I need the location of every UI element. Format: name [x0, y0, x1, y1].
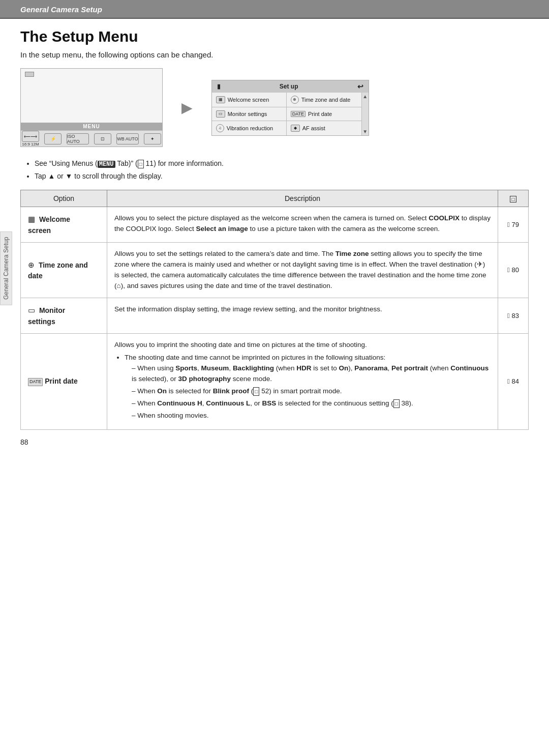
ref-cell-monitor: 𡥶 83	[498, 298, 529, 334]
bullet-section: See “Using Menus (MENU Tab)” (□ 11) for …	[20, 158, 529, 182]
option-cell-welcome: ▦ Welcomescreen	[21, 207, 107, 243]
camera-icon-bracket: ⊡	[94, 133, 111, 144]
setup-menu-row-3: ♫ Vibration reduction ◆ AF assist	[212, 121, 361, 135]
printdate-option-icon: DATE	[28, 378, 43, 386]
ref-symbol-welcome: 𡥶 79	[507, 221, 519, 228]
camera-control-wb: WB AUTO	[116, 133, 139, 144]
camera-mockup-row: MENU ⟵⟶ 16:9 12M ⚡ ISO AUTO ⊡ WB AUTO	[20, 68, 529, 147]
setup-menu-body: ▦ Welcome screen ⊕ Time zone and date ▭ …	[212, 93, 369, 135]
welcome-option-icon: ▦	[28, 215, 35, 223]
printdate-sub-2: When On is selected for Blink proof (□ 5…	[132, 386, 491, 397]
printdate-sub-3: When Continuous H, Continuous L, or BSS …	[132, 398, 491, 409]
setup-menu-scrollbar[interactable]: ▲ ▼	[361, 93, 369, 135]
printdate-label: Print date	[308, 111, 332, 117]
desc-cell-timezone: Allows you to set the settings related t…	[107, 243, 498, 298]
setup-menu-rows: ▦ Welcome screen ⊕ Time zone and date ▭ …	[212, 93, 361, 135]
setup-menu-back-icon: ↩	[357, 82, 363, 91]
table-header-ref: □	[498, 190, 529, 207]
camera-val-1: 16:9 12M	[22, 142, 39, 147]
setup-menu-left-welcome: ▦ Welcome screen	[212, 93, 287, 107]
setup-menu-left-monitor: ▭ Monitor settings	[212, 107, 287, 121]
intro-paragraph: In the setup menu, the following options…	[20, 50, 529, 59]
bullet-2: Tap ▲ or ▼ to scroll through the display…	[35, 171, 529, 182]
camera-icon-iso: ISO AUTO	[67, 133, 89, 144]
camera-screen-mockup: MENU ⟵⟶ 16:9 12M ⚡ ISO AUTO ⊡ WB AUTO	[20, 68, 163, 147]
setup-menu-right-afassist: ◆ AF assist	[287, 121, 361, 135]
bullet-1: See “Using Menus (MENU Tab)” (□ 11) for …	[35, 158, 529, 169]
table-row-welcome: ▦ Welcomescreen Allows you to select the…	[21, 207, 529, 243]
camera-menu-bar: MENU	[21, 123, 162, 130]
setup-menu-title-text: Set up	[280, 83, 298, 90]
desc-cell-printdate: Allows you to imprint the shooting date …	[107, 334, 498, 429]
setup-menu-mockup: ▮ Set up ↩ ▦ Welcome screen ⊕ Time zone …	[211, 80, 369, 136]
timezone-icon: ⊕	[291, 96, 299, 104]
setup-menu-row-2: ▭ Monitor settings DATE Print date	[212, 107, 361, 121]
printdate-sub-1: When using Sports, Museum, Backlighting …	[132, 363, 491, 385]
printdate-sub-4: When shooting movies.	[132, 411, 491, 421]
camera-control-flash: ⚡	[44, 133, 62, 144]
printdate-bullet-list: The shooting date and time cannot be imp…	[114, 353, 491, 421]
timezone-label: Time zone and date	[301, 97, 351, 103]
welcome-label: Welcome screen	[228, 97, 269, 103]
monitor-option-icon: ▭	[28, 306, 35, 314]
monitor-icon: ▭	[216, 110, 225, 118]
page-title: The Setup Menu	[0, 19, 549, 50]
ref-cell-printdate: 𡥶 84	[498, 334, 529, 429]
camera-control-iso: ISO AUTO	[67, 133, 89, 144]
ref-cell-timezone: 𡥶 80	[498, 243, 529, 298]
camera-icon-mode: ✦	[144, 133, 161, 144]
printdate-sub-list: When using Sports, Museum, Backlighting …	[125, 363, 491, 421]
ref-symbol-monitor: 𡥶 83	[507, 312, 519, 319]
afassist-label: AF assist	[302, 125, 325, 131]
printdate-option-label: Print date	[45, 377, 78, 385]
afassist-icon: ◆	[291, 125, 300, 132]
option-cell-monitor: ▭ Monitorsettings	[21, 298, 107, 334]
ref-symbol-printdate: 𡥶 84	[507, 377, 519, 385]
camera-top-indicator	[25, 72, 34, 77]
vibration-icon: ♫	[216, 124, 224, 132]
section-title: General Camera Setup	[20, 5, 102, 14]
options-table: Option Description □ ▦ Welcomescreen All…	[20, 190, 529, 430]
page-number: 88	[20, 438, 529, 446]
camera-icon-wb: WB AUTO	[116, 133, 139, 144]
setup-menu-title: ▮ Set up ↩	[212, 80, 369, 93]
welcome-icon: ▦	[216, 96, 225, 103]
camera-control-item: ⟵⟶ 16:9 12M	[22, 131, 39, 147]
setup-menu-camera-icon: ▮	[217, 83, 221, 90]
printdate-icon: DATE	[291, 111, 306, 117]
table-row-monitor: ▭ Monitorsettings Set the information di…	[21, 298, 529, 334]
setup-menu-row-1: ▦ Welcome screen ⊕ Time zone and date	[212, 93, 361, 107]
main-content: In the setup menu, the following options…	[0, 50, 549, 461]
scroll-down-icon[interactable]: ▼	[362, 129, 368, 134]
setup-menu-left-vibration: ♫ Vibration reduction	[212, 121, 287, 135]
monitor-label: Monitor settings	[228, 111, 267, 117]
timezone-option-icon: ⊕	[28, 260, 35, 269]
arrow-forward-icon: ►	[178, 97, 196, 119]
timezone-option-label: Time zone anddate	[28, 261, 88, 280]
desc-cell-welcome: Allows you to select the picture display…	[107, 207, 498, 243]
table-row-printdate: DATE Print date Allows you to imprint th…	[21, 334, 529, 429]
camera-bottom-controls: ⟵⟶ 16:9 12M ⚡ ISO AUTO ⊡ WB AUTO ✦	[21, 130, 162, 147]
option-cell-timezone: ⊕ Time zone anddate	[21, 243, 107, 298]
camera-icon-arrows: ⟵⟶	[22, 131, 39, 142]
camera-control-mode: ✦	[144, 133, 161, 144]
desc-cell-monitor: Set the information display setting, the…	[107, 298, 498, 334]
sidebar-label: General Camera Setup	[0, 231, 12, 305]
camera-icon-flash: ⚡	[44, 133, 62, 144]
ref-symbol-timezone: 𡥶 80	[507, 266, 519, 274]
ref-cell-welcome: 𡥶 79	[498, 207, 529, 243]
option-cell-printdate: DATE Print date	[21, 334, 107, 429]
camera-control-bracket: ⊡	[94, 133, 111, 144]
table-header-description: Description	[107, 190, 498, 207]
table-header-option: Option	[21, 190, 107, 207]
scroll-up-icon[interactable]: ▲	[362, 94, 368, 99]
setup-menu-right-printdate: DATE Print date	[287, 107, 361, 121]
section-header: General Camera Setup	[0, 0, 549, 19]
table-row-timezone: ⊕ Time zone anddate Allows you to set th…	[21, 243, 529, 298]
printdate-bullet-1: The shooting date and time cannot be imp…	[125, 353, 491, 421]
setup-menu-right-timezone: ⊕ Time zone and date	[287, 93, 361, 107]
vibration-label: Vibration reduction	[227, 125, 273, 131]
